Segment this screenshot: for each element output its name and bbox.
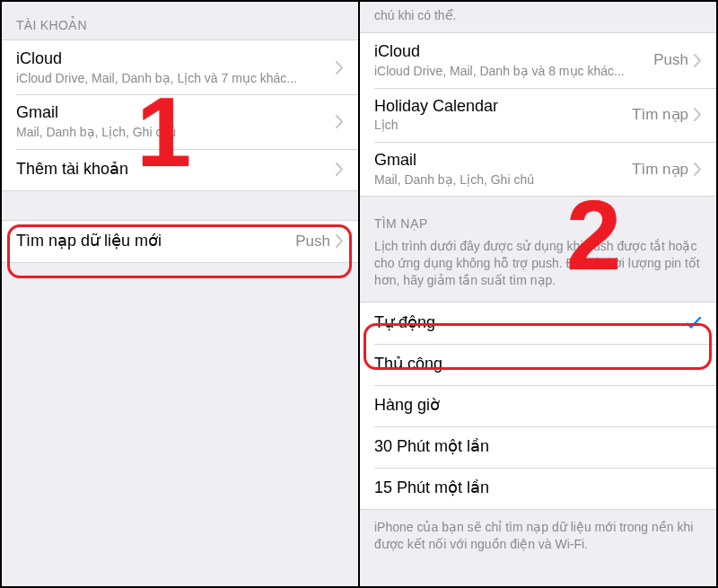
chevron-right-icon <box>336 234 344 248</box>
fetch-row-title: Tìm nạp dữ liệu mới <box>16 232 295 251</box>
schedule-option-30min[interactable]: 30 Phút một lần <box>360 426 716 468</box>
accounts-section-header: TÀI KHOẢN <box>2 2 358 39</box>
fetch-account-row-gmail[interactable]: Gmail Mail, Danh bạ, Lịch, Ghi chú Tìm n… <box>360 142 716 196</box>
chevron-right-icon <box>336 162 344 176</box>
chevron-right-icon <box>694 162 702 176</box>
option-label: 15 Phút một lần <box>374 478 702 498</box>
fetch-bottom-note: iPhone của bạn sẽ chỉ tìm nạp dữ liệu mớ… <box>360 510 716 566</box>
screenshot-frame: TÀI KHOẢN iCloud iCloud Drive, Mail, Dan… <box>0 0 718 588</box>
account-title: Gmail <box>16 103 336 123</box>
fetch-account-row-icloud[interactable]: iCloud iCloud Drive, Mail, Danh bạ và 8 … <box>360 33 716 87</box>
schedule-option-hourly[interactable]: Hàng giờ <box>360 385 716 426</box>
account-subtitle: Mail, Danh bạ, Lịch, Ghi chú <box>374 172 632 188</box>
chevron-right-icon <box>694 54 702 67</box>
option-label: Tự động <box>374 313 686 333</box>
account-subtitle: Lịch <box>374 118 632 133</box>
account-schedule-value: Push <box>653 51 688 69</box>
account-row-icloud[interactable]: iCloud iCloud Drive, Mail, Danh bạ, Lịch… <box>2 40 358 94</box>
add-account-label: Thêm tài khoản <box>16 160 336 180</box>
account-subtitle: Mail, Danh bạ, Lịch, Ghi chú <box>16 125 336 140</box>
chevron-right-icon <box>336 115 344 128</box>
fetch-new-data-row[interactable]: Tìm nạp dữ liệu mới Push <box>2 221 358 262</box>
account-schedule-value: Tìm nạp <box>632 160 688 179</box>
fetch-account-row-holiday[interactable]: Holiday Calendar Lịch Tìm nạp <box>360 88 716 142</box>
chevron-right-icon <box>694 108 702 121</box>
option-label: Hàng giờ <box>374 396 702 416</box>
account-title: Holiday Calendar <box>374 97 632 117</box>
add-account-row[interactable]: Thêm tài khoản <box>2 149 358 190</box>
accounts-settings-screen: TÀI KHOẢN iCloud iCloud Drive, Mail, Dan… <box>2 2 360 586</box>
option-label: 30 Phút một lần <box>374 437 702 457</box>
fetch-section-description: Lịch trình dưới đây được sử dụng khi pus… <box>360 238 716 302</box>
truncated-header-text: chú khi có thể. <box>360 2 716 32</box>
schedule-option-manual[interactable]: Thủ công <box>360 344 716 385</box>
fetch-settings-screen: chú khi có thể. iCloud iCloud Drive, Mai… <box>360 2 716 586</box>
fetch-group: Tìm nạp dữ liệu mới Push <box>2 220 358 263</box>
accounts-list: iCloud iCloud Drive, Mail, Danh bạ, Lịch… <box>2 39 358 191</box>
schedule-option-auto[interactable]: Tự động <box>360 303 716 344</box>
checkmark-icon <box>686 315 702 331</box>
account-row-gmail[interactable]: Gmail Mail, Danh bạ, Lịch, Ghi chú <box>2 94 358 148</box>
account-schedule-value: Tìm nạp <box>632 105 688 124</box>
account-subtitle: iCloud Drive, Mail, Danh bạ và 8 mục khá… <box>374 64 653 79</box>
account-title: iCloud <box>16 49 336 69</box>
account-subtitle: iCloud Drive, Mail, Danh bạ, Lịch và 7 m… <box>16 71 336 86</box>
account-title: Gmail <box>374 151 632 171</box>
schedule-option-15min[interactable]: 15 Phút một lần <box>360 468 716 509</box>
chevron-right-icon <box>336 61 344 75</box>
option-label: Thủ công <box>374 355 702 374</box>
fetch-accounts-list: iCloud iCloud Drive, Mail, Danh bạ và 8 … <box>360 32 716 197</box>
fetch-section-header: TÌM NẠP <box>360 197 716 238</box>
account-title: iCloud <box>374 42 653 62</box>
fetch-schedule-options: Tự động Thủ công Hàng giờ 30 Phút một lầ… <box>360 302 716 510</box>
fetch-row-value: Push <box>295 233 330 250</box>
